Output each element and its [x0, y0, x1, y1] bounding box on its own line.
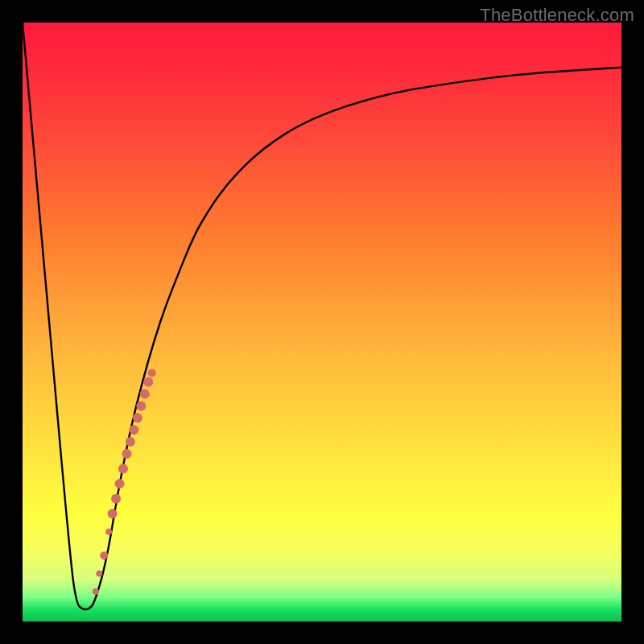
- marker-dot: [118, 464, 128, 473]
- marker-group: [93, 369, 156, 595]
- marker-dot: [100, 551, 108, 559]
- marker-dot: [105, 528, 112, 535]
- bottleneck-curve: [23, 23, 621, 609]
- marker-dot: [143, 377, 153, 386]
- marker-dot: [115, 479, 125, 489]
- marker-dot: [148, 369, 156, 377]
- marker-dot: [93, 588, 99, 595]
- marker-dot: [136, 401, 146, 411]
- marker-dot: [126, 437, 135, 447]
- chart-frame: TheBottleneck.com: [0, 0, 644, 644]
- marker-dot: [122, 449, 131, 459]
- watermark-text: TheBottleneck.com: [480, 5, 634, 26]
- marker-dot: [111, 493, 121, 503]
- marker-dot: [108, 509, 118, 518]
- marker-dot: [129, 425, 138, 435]
- chart-svg: [23, 23, 621, 621]
- marker-dot: [96, 570, 102, 576]
- marker-dot: [140, 389, 150, 398]
- marker-dot: [133, 413, 142, 423]
